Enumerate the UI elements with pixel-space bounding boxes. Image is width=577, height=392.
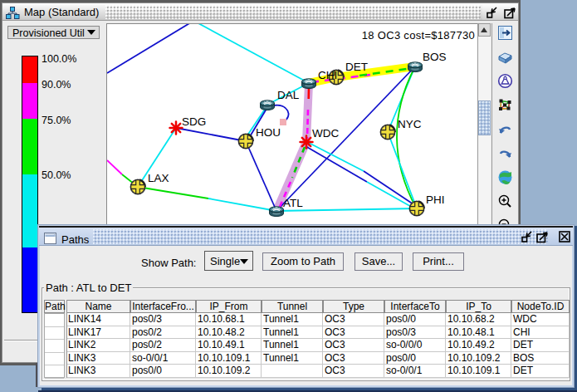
svg-text:LAX: LAX — [148, 172, 169, 184]
svg-text:BOS: BOS — [423, 51, 447, 63]
svg-text:NYC: NYC — [398, 118, 422, 130]
svg-text:DET: DET — [345, 61, 368, 73]
svg-text:SDG: SDG — [182, 115, 206, 128]
svg-text:DAL: DAL — [277, 89, 300, 101]
svg-text:PHI: PHI — [426, 194, 445, 206]
svg-text:CHI: CHI — [318, 69, 337, 81]
svg-text:ATL: ATL — [283, 197, 303, 209]
svg-text:18 OC3 cost=$187730: 18 OC3 cost=$187730 — [362, 29, 475, 42]
svg-text:HOU: HOU — [256, 126, 281, 139]
svg-text:WDC: WDC — [312, 127, 339, 140]
